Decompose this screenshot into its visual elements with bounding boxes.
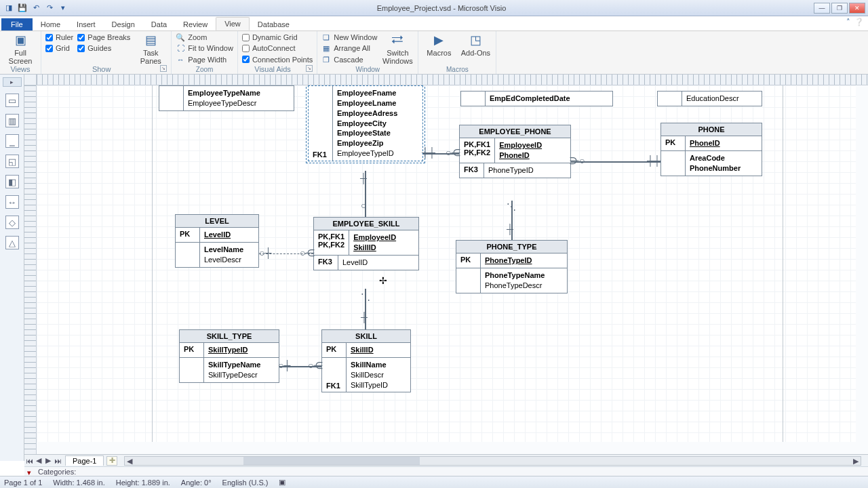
new-page-button[interactable]: ✚ <box>106 456 117 466</box>
autoconnect-checkbox[interactable]: AutoConnect <box>242 43 313 53</box>
tab-insert[interactable]: Insert <box>68 18 104 30</box>
horizontal-ruler[interactable] <box>37 75 868 85</box>
entity-phone-type[interactable]: PHONE_TYPE PKPhoneTypeID PhoneTypeName P… <box>456 240 568 293</box>
qat-dropdown-icon[interactable]: ▾ <box>57 2 69 14</box>
first-page-icon[interactable]: ⏮ <box>24 456 34 466</box>
close-button[interactable]: ✕ <box>849 3 865 14</box>
undo-icon[interactable]: ↶ <box>30 2 42 14</box>
entity-employee-skill[interactable]: EMPLOYEE_SKILL PK,FK1PK,FK2 EmployeeID S… <box>313 217 419 270</box>
entity-level[interactable]: LEVEL PKLevelID LevelName LevelDescr <box>175 214 259 268</box>
key-label: FK1 <box>313 150 327 159</box>
stencil-connector-icon[interactable]: ⎯ <box>5 134 19 148</box>
full-screen-button[interactable]: ▣Full Screen <box>4 33 37 65</box>
status-language[interactable]: English (U.S.) <box>222 479 269 487</box>
file-tab[interactable]: File <box>1 18 33 30</box>
entity-employeetype[interactable]: EmployeeTypeName EmployeeTypeDescr <box>159 85 294 111</box>
shapes-panel: ▸ ▭ ▥ ⎯ ◱ ◧ ↔ ◇ △ <box>0 75 24 461</box>
stencil-entity-icon[interactable]: ▭ <box>5 94 19 107</box>
ribbon-group-window: ❏New Window ▦Arrange All ❐Cascade ⮂Switc… <box>317 31 418 74</box>
entity-employee-phone[interactable]: EMPLOYEE_PHONE PK,FK1PK,FK2 EmployeeID P… <box>459 125 571 178</box>
tab-design[interactable]: Design <box>104 18 143 30</box>
field: SkillTypeName <box>208 360 275 370</box>
addons-button[interactable]: ◳Add-Ons <box>459 33 492 57</box>
field: PhoneTypeName <box>485 270 563 281</box>
zoom-button[interactable]: 🔍Zoom <box>176 33 233 42</box>
arrange-all-button[interactable]: ▦Arrange All <box>321 43 377 53</box>
entity-phone[interactable]: PHONE PKPhoneID AreaCode PhoneNumber <box>660 123 762 176</box>
prev-page-icon[interactable]: ◀ <box>34 456 43 466</box>
key-label: FK3 <box>460 163 484 178</box>
save-icon[interactable]: 💾 <box>16 2 28 14</box>
field: AreaCode <box>690 153 757 163</box>
entity-title: LEVEL <box>176 215 258 228</box>
stencil-relationship-icon[interactable]: ↔ <box>5 195 19 209</box>
macro-record-icon[interactable]: ▣ <box>279 478 285 487</box>
canvas-area: EmployeeTypeName EmployeeTypeDescr FK1 E… <box>24 75 868 454</box>
close-panel-icon[interactable]: ▾ <box>27 468 34 475</box>
page-width-button[interactable]: ↔Page Width <box>176 55 233 64</box>
ribbon-group-show: Ruler Grid Page Breaks Guides ▤Task Pane… <box>41 31 172 74</box>
dynamic-grid-checkbox[interactable]: Dynamic Grid <box>242 33 313 42</box>
switch-windows-button[interactable]: ⮂Switch Windows <box>381 33 414 65</box>
macros-button[interactable]: ▶Macros <box>422 33 455 57</box>
entity-skill[interactable]: SKILL PKSkillID FK1 SkillName SkillDescr… <box>321 329 411 392</box>
tab-home[interactable]: Home <box>33 18 68 30</box>
quick-access-toolbar: ◨ 💾 ↶ ↷ ▾ <box>3 2 69 14</box>
field: PhoneID <box>690 138 757 148</box>
new-window-button[interactable]: ❏New Window <box>321 33 377 42</box>
field: EmployeeTypeName <box>188 88 290 98</box>
key-label: PK,FK1 <box>464 140 490 148</box>
page-tab[interactable]: Page-1 <box>65 455 104 466</box>
fit-window-button[interactable]: ⛶Fit to Window <box>176 43 233 53</box>
stencil-parent-icon[interactable]: △ <box>5 236 19 249</box>
zoom-icon: 🔍 <box>176 33 185 42</box>
redo-icon[interactable]: ↷ <box>43 2 56 14</box>
maximize-button[interactable]: ❐ <box>831 3 848 14</box>
next-page-icon[interactable]: ▶ <box>43 456 53 466</box>
ribbon-minimize-icon[interactable]: ˄ <box>846 18 850 26</box>
entity-skill-type[interactable]: SKILL_TYPE PKSkillTypeID SkillTypeName S… <box>179 329 279 383</box>
help-icon[interactable]: ❔ <box>854 18 864 26</box>
tab-view[interactable]: View <box>216 17 250 30</box>
stencil-category-icon[interactable]: ◇ <box>5 216 19 229</box>
entity-employee[interactable]: FK1 EmployeeFname EmployeeLname Employee… <box>308 85 423 161</box>
field: LevelID <box>342 258 414 268</box>
tab-review[interactable]: Review <box>175 18 216 30</box>
page-tabs: ⏮ ◀ ▶ ⏭ Page-1 ✚ ◀▶ <box>24 454 868 466</box>
dialog-launcher-icon[interactable]: ↘ <box>306 65 313 72</box>
vertical-ruler[interactable] <box>24 85 37 454</box>
stencil-type-icon[interactable]: ◧ <box>5 175 19 188</box>
arrange-icon: ▦ <box>321 43 331 53</box>
dialog-launcher-icon[interactable]: ↘ <box>160 65 167 72</box>
ruler-checkbox[interactable]: Ruler <box>45 33 73 42</box>
switch-icon: ⮂ <box>389 33 406 49</box>
minimize-button[interactable]: — <box>814 3 830 14</box>
drawing-canvas[interactable]: EmployeeTypeName EmployeeTypeDescr FK1 E… <box>37 85 856 442</box>
tab-database[interactable]: Database <box>250 18 298 30</box>
guides-checkbox[interactable]: Guides <box>77 43 130 53</box>
horizontal-scrollbar[interactable]: ◀▶ <box>124 456 861 466</box>
field: EducationDescr <box>686 94 757 104</box>
tab-data[interactable]: Data <box>143 18 175 30</box>
grid-checkbox[interactable]: Grid <box>45 43 73 53</box>
taskpanes-icon: ▤ <box>142 33 159 49</box>
expand-shapes-icon[interactable]: ▸ <box>3 77 22 87</box>
entity-education[interactable]: EducationDescr <box>657 91 762 106</box>
group-label: Views <box>4 65 37 74</box>
macros-icon: ▶ <box>431 33 447 49</box>
entity-empedcompleted[interactable]: EmpEdCompletedDate <box>460 91 613 106</box>
stencil-view-icon[interactable]: ◱ <box>5 155 19 168</box>
task-panes-button[interactable]: ▤Task Panes <box>134 33 167 65</box>
stencil-attribute-icon[interactable]: ▥ <box>5 114 19 127</box>
ribbon: ▣Full Screen Views Ruler Grid Page Break… <box>0 31 868 75</box>
field: PhoneID <box>499 150 566 161</box>
last-page-icon[interactable]: ⏭ <box>53 456 62 466</box>
field: EmployeeLname <box>337 98 418 108</box>
categories-bar: ▾ Categories: <box>24 466 868 476</box>
page-breaks-checkbox[interactable]: Page Breaks <box>77 33 130 42</box>
scroll-thumb[interactable] <box>243 457 420 465</box>
connection-points-checkbox[interactable]: Connection Points <box>242 55 313 64</box>
cascade-button[interactable]: ❐Cascade <box>321 55 377 64</box>
entity-title: PHONE <box>661 123 762 136</box>
field: EmployeeCity <box>337 119 418 129</box>
